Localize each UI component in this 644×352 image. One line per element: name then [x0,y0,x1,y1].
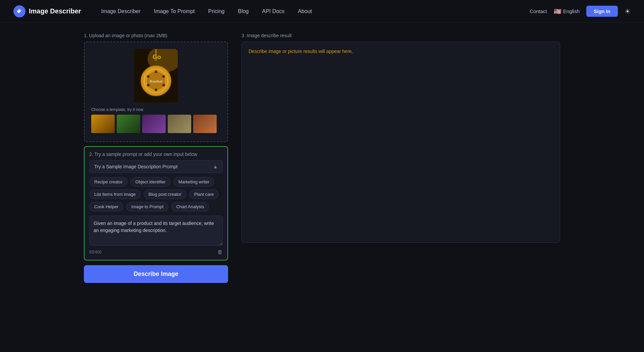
prompt-textarea[interactable] [89,216,223,246]
template-thumb-4[interactable] [168,115,191,133]
signin-button[interactable]: Sign In [586,6,618,17]
logo-text: Image Describer [29,7,81,15]
nav-links: Image Describer Image To Prompt Pricing … [101,8,530,14]
svg-point-12 [147,84,150,86]
chip-list-items[interactable]: List items from image [89,189,141,199]
char-count: 93/400 [89,250,102,254]
svg-text:Go: Go [153,54,161,60]
trash-icon[interactable]: 🗑 [217,249,223,255]
nav-api-docs[interactable]: API Docs [262,8,285,14]
template-thumb-5[interactable] [193,115,217,133]
template-thumbnails [91,115,221,133]
svg-point-9 [155,89,157,91]
chip-image-to-prompt[interactable]: Image to Prompt [126,202,168,212]
chip-recipe-creator[interactable]: Recipe creator [89,177,128,187]
nav-right: Contact 🇺🇸 English Sign In ☀ [530,6,631,17]
nav-about[interactable]: About [298,8,312,14]
char-count-row: 93/400 🗑 [89,249,223,255]
describe-image-button[interactable]: Describe Image [84,265,228,283]
nav-image-describer[interactable]: Image Describer [101,8,141,14]
svg-point-10 [147,75,150,78]
chip-cook-helper[interactable]: Cook Helper [89,202,123,212]
chevron-up-icon: ▲ [213,164,218,169]
svg-point-11 [162,75,165,78]
nav-pricing[interactable]: Pricing [208,8,225,14]
left-panel: 1. Upload an image or photo (max 2MB) Go [84,33,228,283]
logo-icon [13,5,25,17]
svg-text:Rosebud: Rosebud [149,79,162,83]
nav-blog[interactable]: Blog [238,8,249,14]
prompt-section: 2. Try a sample prompt or add your own i… [84,146,228,260]
navbar: Image Describer Image Describer Image To… [0,0,644,23]
template-thumb-3[interactable] [142,115,166,133]
result-area: Describe image or picture results will a… [241,42,560,243]
result-placeholder: Describe image or picture results will a… [249,49,353,54]
prompt-dropdown[interactable]: Try a Sample Image Description Prompt ▲ [89,160,223,173]
dropdown-placeholder: Try a Sample Image Description Prompt [94,164,177,169]
chip-blog-post-creator[interactable]: Blog post creator [144,189,186,199]
prompt-chips-grid: Recipe creator Object identifier Marketi… [89,177,223,212]
upload-area[interactable]: Go Rosebud [84,42,228,142]
chip-marketing-writer[interactable]: Marketing writer [173,177,214,187]
result-section-label: 3. Image describe result [241,33,560,38]
theme-toggle-button[interactable]: ☀ [625,7,631,15]
contact-link[interactable]: Contact [530,8,547,14]
svg-point-13 [162,84,165,86]
right-panel: 3. Image describe result Describe image … [241,33,560,243]
upload-section-label: 1. Upload an image or photo (max 2MB) [84,33,228,38]
language-selector[interactable]: 🇺🇸 English [554,8,580,15]
template-thumb-1[interactable] [91,115,115,133]
template-thumb-2[interactable] [117,115,140,133]
flag-icon: 🇺🇸 [554,8,561,15]
uploaded-image-preview: Go Rosebud [134,49,178,103]
language-label: English [563,8,580,14]
svg-point-8 [155,70,157,73]
nav-image-to-prompt[interactable]: Image To Prompt [154,8,195,14]
chip-plant-care[interactable]: Plant care [189,189,219,199]
chip-chart-analysis[interactable]: Chart Analysis [171,202,209,212]
main-content: 1. Upload an image or photo (max 2MB) Go [0,23,644,293]
template-label: Choose a template, try it now [91,107,143,112]
chip-object-identifier[interactable]: Object identifier [130,177,171,187]
logo-link[interactable]: Image Describer [13,5,81,17]
prompt-section-label: 2. Try a sample prompt or add your own i… [89,152,223,157]
